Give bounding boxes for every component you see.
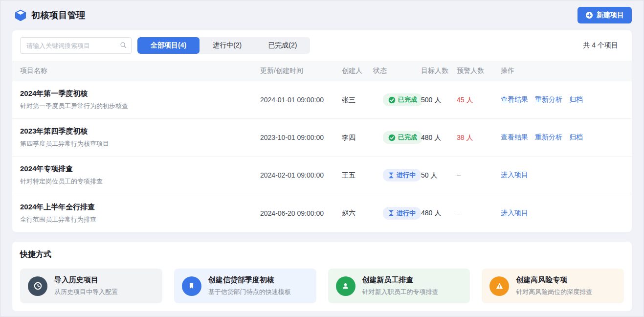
project-name-cell: 2024年上半年全行排查 全行范围员工异常行为排查 [20, 203, 260, 224]
project-title: 2023年第四季度初核 [20, 127, 255, 136]
shortcut-credit-dept-review[interactable]: 创建信贷部季度初核 基于信贷部门特点的快速模板 [174, 269, 316, 303]
status-badge: 已完成 [383, 93, 422, 106]
shortcut-description: 从历史项目中导入配置 [54, 288, 118, 296]
table-header-row: 项目名称 更新/创建时间 创建人 状态 目标人数 预警人数 操作 [12, 61, 632, 81]
new-project-button-label: 新建项目 [597, 11, 624, 20]
creator: 张三 [342, 96, 355, 104]
top-bar: 初核项目管理 新建项目 [0, 0, 644, 30]
shortcut-text: 创建信贷部季度初核 基于信贷部门特点的快速模板 [208, 275, 291, 296]
filter-row: 全部项目(4) 进行中(2) 已完成(2) 共 4 个项目 [12, 37, 632, 61]
project-title: 2024年第一季度初核 [20, 89, 255, 98]
status-badge: 已完成 [383, 131, 422, 144]
status-badge: 进行中 [383, 207, 421, 220]
shortcut-title: 创建新员工排查 [362, 275, 439, 285]
target-count: 480 人 [421, 209, 441, 217]
check-circle-icon [388, 134, 396, 141]
project-name-cell: 2024年第一季度初核 针对第一季度员工异常行为的初步核查 [20, 89, 260, 111]
search-input[interactable] [20, 37, 132, 54]
header-target-count: 目标人数 [421, 67, 457, 75]
shortcut-title: 创建信贷部季度初核 [208, 275, 291, 285]
new-project-button[interactable]: 新建项目 [577, 7, 632, 23]
archive-link[interactable]: 归档 [569, 133, 583, 142]
clock-icon [28, 276, 47, 296]
shortcut-high-risk-special[interactable]: 创建高风险专项 针对高风险岗位的深度排查 [482, 269, 624, 303]
table-row: 2024年第一季度初核 针对第一季度员工异常行为的初步核查 2024-01-01… [12, 81, 632, 119]
view-results-link[interactable]: 查看结果 [501, 133, 528, 142]
enter-project-link[interactable]: 进入项目 [501, 209, 528, 218]
hourglass-icon [388, 210, 394, 216]
search-icon[interactable] [120, 42, 127, 50]
update-time: 2024-06-20 09:00:00 [260, 209, 324, 217]
shortcut-text: 导入历史项目 从历史项目中导入配置 [54, 275, 118, 296]
person-icon [336, 276, 355, 296]
enter-project-link[interactable]: 进入项目 [501, 171, 528, 180]
project-name-cell: 2023年第四季度初核 第四季度员工异常行为核查项目 [20, 127, 260, 148]
status-label: 已完成 [398, 95, 417, 104]
project-filter-tabs: 全部项目(4) 进行中(2) 已完成(2) [137, 37, 310, 54]
shortcut-title: 导入历史项目 [54, 275, 118, 285]
shortcut-description: 针对高风险岗位的深度排查 [516, 288, 592, 296]
creator: 赵六 [342, 209, 355, 217]
page-title: 初核项目管理 [31, 9, 86, 21]
project-title: 2024年专项排查 [20, 164, 255, 174]
update-time: 2023-10-01 09:00:00 [260, 134, 324, 141]
shortcuts-card: 快捷方式 导入历史项目 从历史项目中导入配置 创建信贷部季度初核 [12, 242, 632, 311]
project-name-cell: 2024年专项排查 针对特定岗位员工的专项排查 [20, 164, 260, 186]
search-box [20, 37, 132, 54]
shortcuts-title: 快捷方式 [20, 249, 624, 260]
shortcut-import-history[interactable]: 导入历史项目 从历史项目中导入配置 [20, 269, 162, 303]
shortcut-text: 创建高风险专项 针对高风险岗位的深度排查 [516, 275, 592, 296]
status-label: 进行中 [397, 209, 416, 218]
shortcuts-grid: 导入历史项目 从历史项目中导入配置 创建信贷部季度初核 基于信贷部门特点的快速模… [20, 269, 624, 303]
shortcut-description: 基于信贷部门特点的快速模板 [208, 288, 291, 296]
warning-count: – [457, 209, 461, 217]
reanalyze-link[interactable]: 重新分析 [535, 95, 562, 104]
project-description: 第四季度员工异常行为核查项目 [20, 139, 255, 148]
project-title: 2024年上半年全行排查 [20, 203, 255, 212]
table-row: 2024年专项排查 针对特定岗位员工的专项排查 2024-02-01 09:00… [12, 157, 632, 194]
header-creator: 创建人 [342, 67, 373, 75]
project-list-card: 全部项目(4) 进行中(2) 已完成(2) 共 4 个项目 项目名称 更新/创建… [12, 30, 632, 232]
target-count: 50 人 [421, 171, 437, 179]
cube-icon [15, 9, 26, 21]
view-results-link[interactable]: 查看结果 [501, 95, 528, 104]
status-label: 已完成 [398, 133, 417, 142]
plus-circle-icon [585, 11, 593, 19]
update-time: 2024-02-01 09:00:00 [260, 171, 324, 179]
update-time: 2024-01-01 09:00:00 [260, 96, 324, 104]
creator: 王五 [342, 171, 355, 179]
status-label: 进行中 [397, 171, 416, 180]
warning-count: 45 人 [457, 96, 473, 104]
tab-completed[interactable]: 已完成(2) [255, 37, 310, 54]
header-warning-count: 预警人数 [457, 67, 501, 75]
header-status: 状态 [373, 67, 421, 75]
header-project-name: 项目名称 [20, 67, 260, 75]
shortcut-new-employee-check[interactable]: 创建新员工排查 针对新入职员工的专项排查 [328, 269, 470, 303]
tab-in-progress[interactable]: 进行中(2) [200, 37, 255, 54]
table-row: 2023年第四季度初核 第四季度员工异常行为核查项目 2023-10-01 09… [12, 119, 632, 157]
warning-count: – [457, 171, 461, 179]
warning-count: 38 人 [457, 134, 473, 141]
shortcut-description: 针对新入职员工的专项排查 [362, 288, 439, 296]
status-badge: 进行中 [383, 169, 421, 181]
shortcut-title: 创建高风险专项 [516, 275, 592, 285]
shortcut-text: 创建新员工排查 针对新入职员工的专项排查 [362, 275, 439, 296]
project-description: 针对特定岗位员工的专项排查 [20, 177, 255, 186]
archive-link[interactable]: 归档 [569, 95, 583, 104]
warning-triangle-icon [489, 276, 509, 296]
target-count: 480 人 [421, 134, 441, 141]
creator: 李四 [342, 134, 355, 141]
tab-all-projects[interactable]: 全部项目(4) [137, 37, 200, 54]
total-project-count: 共 4 个项目 [583, 41, 624, 50]
header-actions: 操作 [501, 67, 624, 75]
table-row: 2024年上半年全行排查 全行范围员工异常行为排查 2024-06-20 09:… [12, 194, 632, 232]
project-description: 针对第一季度员工异常行为的初步核查 [20, 102, 255, 111]
hourglass-icon [388, 172, 394, 179]
target-count: 500 人 [421, 96, 441, 104]
page-header: 初核项目管理 [15, 9, 86, 21]
reanalyze-link[interactable]: 重新分析 [535, 133, 562, 142]
bookmark-icon [182, 276, 201, 296]
check-circle-icon [388, 96, 396, 104]
project-description: 全行范围员工异常行为排查 [20, 215, 255, 224]
header-update-time: 更新/创建时间 [260, 67, 342, 75]
